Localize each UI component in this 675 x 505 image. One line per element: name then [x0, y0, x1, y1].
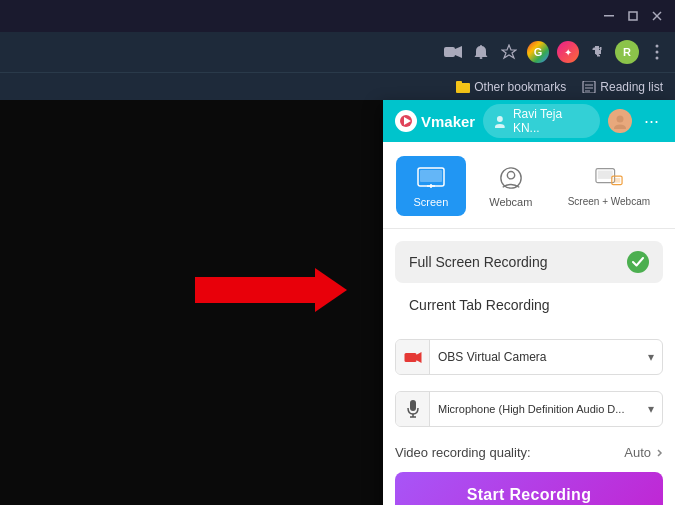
vmaker-logo-icon [395, 110, 417, 132]
quality-value-btn[interactable]: Auto [624, 445, 663, 460]
minimize-button[interactable] [599, 6, 619, 26]
mic-dropdown-arrow[interactable]: ▾ [640, 402, 662, 416]
red-arrow [195, 268, 347, 312]
current-tab-recording-option[interactable]: Current Tab Recording [395, 287, 663, 323]
titlebar [0, 0, 675, 32]
full-screen-recording-option[interactable]: Full Screen Recording [395, 241, 663, 283]
recording-options: Full Screen Recording Current Tab Record… [383, 233, 675, 335]
camera-dropdown-row: OBS Virtual Camera Default Camera No Cam… [395, 339, 663, 375]
arrow-head [315, 268, 347, 312]
mic-icon-box [396, 392, 430, 426]
user-name-text: Ravi Teja KN... [513, 107, 591, 135]
colorful-extension-icon[interactable]: ✦ [557, 41, 579, 63]
screen-tab-icon [415, 164, 447, 192]
svg-point-19 [497, 116, 503, 122]
quality-value-text: Auto [624, 445, 651, 460]
camera-select[interactable]: OBS Virtual Camera Default Camera No Cam… [430, 344, 640, 370]
microphone-select[interactable]: Microphone (High Definition Audio D... D… [430, 397, 640, 421]
vmaker-header: Vmaker Ravi Teja KN... ··· [383, 100, 675, 142]
svg-marker-34 [416, 352, 422, 363]
chrome-menu-icon[interactable] [647, 42, 667, 62]
extensions-puzzle-icon[interactable] [587, 42, 607, 62]
bell-icon[interactable] [471, 42, 491, 62]
quality-row: Video recording quality: Auto [383, 439, 675, 468]
tab-screen-webcam[interactable]: Screen + Webcam [556, 156, 662, 216]
camera-dropdown-section: OBS Virtual Camera Default Camera No Cam… [383, 335, 675, 387]
bookmarks-bar: Other bookmarks Reading list [0, 72, 675, 100]
microphone-dropdown-row: Microphone (High Definition Audio D... D… [395, 391, 663, 427]
main-content: Vmaker Ravi Teja KN... ··· [0, 100, 675, 505]
microphone-dropdown-section: Microphone (High Definition Audio D... D… [383, 387, 675, 439]
vmaker-user-area: Ravi Teja KN... ··· [483, 104, 663, 138]
vmaker-logo: Vmaker [395, 110, 475, 132]
star-icon[interactable] [499, 42, 519, 62]
close-button[interactable] [647, 6, 667, 26]
tab-screen[interactable]: Screen [396, 156, 466, 216]
videocam-icon[interactable] [443, 42, 463, 62]
svg-rect-4 [444, 47, 455, 57]
vmaker-logo-text: Vmaker [421, 113, 475, 130]
svg-point-28 [507, 172, 514, 179]
google-icon[interactable]: G [527, 41, 549, 63]
chrome-toolbar: G ✦ R [0, 32, 675, 72]
camera-dropdown-arrow[interactable]: ▾ [640, 350, 662, 364]
svg-rect-30 [598, 171, 613, 179]
tabs-divider [383, 228, 675, 229]
svg-point-8 [656, 45, 659, 48]
svg-point-6 [480, 57, 483, 59]
reading-list[interactable]: Reading list [582, 80, 663, 94]
header-menu-icon[interactable]: ··· [640, 111, 663, 132]
tab-webcam-label: Webcam [489, 196, 532, 208]
user-name-pill[interactable]: Ravi Teja KN... [483, 104, 600, 138]
svg-marker-5 [455, 46, 462, 58]
user-avatar-icon[interactable]: R [615, 40, 639, 64]
other-bookmarks[interactable]: Other bookmarks [456, 80, 566, 94]
camera-icon-box [396, 340, 430, 374]
recording-mode-tabs: Screen Webcam [383, 142, 675, 224]
current-tab-recording-label: Current Tab Recording [409, 297, 550, 313]
svg-rect-35 [410, 400, 416, 411]
svg-rect-0 [604, 15, 614, 17]
tab-screen-webcam-label: Screen + Webcam [568, 196, 650, 207]
svg-point-20 [495, 124, 505, 128]
vmaker-panel: Vmaker Ravi Teja KN... ··· [383, 100, 675, 505]
svg-rect-32 [614, 178, 621, 183]
svg-marker-7 [502, 45, 516, 58]
webcam-tab-icon [495, 164, 527, 192]
svg-point-21 [617, 116, 624, 123]
full-screen-recording-label: Full Screen Recording [409, 254, 548, 270]
start-recording-button[interactable]: Start Recording [395, 472, 663, 505]
svg-rect-12 [456, 81, 462, 85]
tab-webcam[interactable]: Webcam [476, 156, 546, 216]
screen-webcam-tab-icon [593, 164, 625, 192]
svg-rect-1 [629, 12, 637, 20]
full-screen-check-icon [627, 251, 649, 273]
quality-label: Video recording quality: [395, 445, 531, 460]
svg-rect-33 [404, 353, 416, 362]
user-avatar[interactable] [608, 109, 632, 133]
tab-screen-label: Screen [414, 196, 449, 208]
svg-point-22 [614, 125, 626, 130]
svg-rect-24 [420, 170, 442, 182]
svg-point-10 [656, 57, 659, 60]
svg-point-9 [656, 51, 659, 54]
arrow-shaft [195, 277, 315, 303]
restore-button[interactable] [623, 6, 643, 26]
